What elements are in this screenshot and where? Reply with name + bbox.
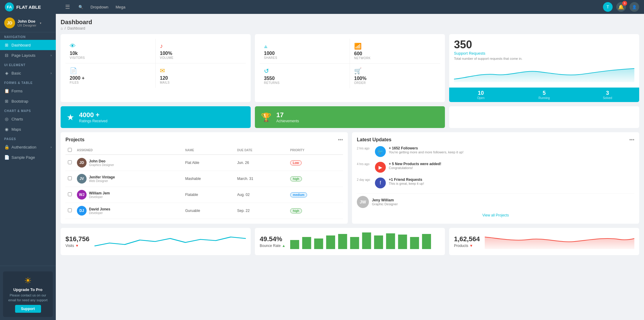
projects-menu-icon[interactable]: ••• (338, 137, 343, 142)
updates-menu-icon[interactable]: ••• (629, 137, 634, 142)
projects-title: Projects (65, 137, 84, 142)
sidebar-item-label: Authentication (11, 145, 36, 149)
support-stat-solved: 3 Solved (576, 90, 639, 100)
update-title: + 1652 Followers (389, 146, 464, 150)
topbar-user-avatar[interactable]: 👤 (630, 2, 639, 12)
view-all-link[interactable]: View all Projects (482, 213, 509, 217)
support-number: 350 (454, 38, 634, 51)
stat-grid: 👁 10k VISITORS ♪ 100% VOLUME 📄 2000 + FI… (65, 39, 246, 88)
metric-bounce: 49.54% Bounce Rate ▲ (255, 228, 445, 255)
row-checkbox[interactable] (68, 160, 72, 164)
person-card-avatar: JW (357, 196, 369, 208)
support-stats: 10 Open 5 Running 3 Solved (449, 88, 639, 102)
topbar-search-icon[interactable]: 🔍 (78, 5, 83, 9)
projects-card-header: Projects ••• (65, 137, 343, 142)
projects-card: Projects ••• ASSIGNED NAME DUE DATE PRIO… (61, 132, 348, 224)
person-details: Jenifer Vintage Web Designer (89, 175, 115, 183)
project-person: WJ William Jem Developer (77, 190, 180, 200)
sidebar-item-authentication[interactable]: 🔒 Authentication › (0, 142, 56, 152)
support-button[interactable]: Support (15, 305, 41, 313)
avatar: JD (4, 18, 15, 28)
select-all-checkbox[interactable] (68, 148, 72, 152)
sidebar-user[interactable]: JD John Doe UX Designer ▾ (0, 14, 56, 32)
page-header: Dashboard ⌂ / Dashboard (61, 19, 639, 30)
products-chart (485, 231, 634, 252)
person-name: William Jem (89, 191, 110, 195)
topbar-right: T 🔔 5 👤 (603, 2, 639, 12)
topbar-nav-mega[interactable]: Mega (116, 5, 125, 9)
bounce-chart (290, 231, 440, 252)
stat-label: NETWORK (354, 56, 436, 60)
project-person: JV Jenifer Vintage Web Designer (77, 174, 180, 184)
col-due: DUE DATE (235, 146, 288, 155)
row-checkbox[interactable] (68, 208, 72, 212)
due-date: March. 31 (235, 171, 288, 187)
row-checkbox[interactable] (68, 176, 72, 180)
running-label: Running (512, 96, 576, 100)
metric-bounce-label: Bounce Rate ▲ (260, 244, 285, 248)
row-checkbox[interactable] (68, 192, 72, 196)
bottom-split: Projects ••• ASSIGNED NAME DUE DATE PRIO… (61, 132, 639, 224)
breadcrumb: ⌂ / Dashboard (61, 26, 639, 30)
sidebar-item-charts[interactable]: ◎ Charts (0, 114, 56, 124)
solved-count: 3 (576, 90, 639, 96)
upgrade-title: Upgrade To Pro (6, 287, 50, 292)
metrics-row: $16,756 Visits ▼ 49.54% Boun (61, 228, 639, 255)
upgrade-icon: ☀ (6, 276, 50, 286)
star-icon: ★ (67, 112, 74, 122)
sidebar: JD John Doe UX Designer ▾ Navigation ⊞ D… (0, 14, 56, 320)
metric-visits-value: $16,756 (65, 235, 90, 243)
maps-icon: ◉ (4, 127, 9, 132)
sidebar-item-sample-page[interactable]: 📄 Sample Page (0, 152, 56, 162)
svg-rect-3 (326, 235, 335, 249)
page-layouts-icon: ⊟ (4, 53, 9, 58)
project-name: Mashable (183, 171, 235, 187)
stat-files: 📄 2000 + FILES (65, 63, 156, 88)
view-all: View all Projects (357, 213, 634, 217)
sidebar-item-forms[interactable]: 📋 Forms (0, 86, 56, 96)
update-icon: f (375, 178, 386, 188)
achievements-badge: 🏆 17 Achievements (255, 106, 445, 128)
sidebar-item-dashboard[interactable]: ⊞ Dashboard (0, 40, 56, 50)
sidebar-item-bootstrap[interactable]: ⊞ Bootstrap (0, 96, 56, 106)
share-icon: ⟁ (264, 43, 345, 50)
arrow-up-icon: ▲ (282, 244, 285, 248)
menu-toggle-icon[interactable]: ☰ (65, 4, 70, 10)
stat-label: VOLUME (160, 56, 242, 59)
topbar-notification-icon[interactable]: 🔔 5 (616, 2, 626, 12)
main-layout: JD John Doe UX Designer ▾ Navigation ⊞ D… (0, 14, 644, 320)
update-item: 4 hrs ago ▶ + 5 New Products were added!… (357, 162, 634, 173)
stat-grid: ⟁ 1000 SHARES 📶 600 NETWORK ↺ 3550 RETUR… (260, 39, 440, 88)
sidebar-item-label: Forms (11, 89, 23, 93)
update-time: 2 day ago (357, 178, 372, 181)
update-icon: 🐦 (375, 146, 386, 157)
stats-row: 👁 10k VISITORS ♪ 100% VOLUME 📄 2000 + FI… (61, 34, 639, 102)
brand: FA FLAT ABLE (5, 2, 59, 11)
sidebar-item-basic[interactable]: ◈ Basic › (0, 68, 56, 78)
update-content: + 1652 Followers You're getting more and… (389, 146, 464, 154)
sidebar-item-page-layouts[interactable]: ⊟ Page Layouts › (0, 50, 56, 60)
svg-rect-10 (410, 237, 419, 249)
page-title: Dashboard (61, 19, 639, 26)
sidebar-item-label: Basic (11, 71, 21, 75)
topbar-profile-icon[interactable]: T (603, 2, 613, 12)
user-dropdown-icon[interactable]: ▾ (40, 21, 41, 25)
chevron-right-icon: › (51, 54, 52, 57)
support-title: Support Requests (454, 51, 634, 56)
lock-icon: 🔒 (4, 145, 9, 149)
ratings-label: Ratings Received (79, 119, 107, 123)
update-item: 2 hrs ago 🐦 + 1652 Followers You're gett… (357, 146, 634, 157)
wifi-icon: 📶 (354, 43, 436, 50)
stat-value: 1000 (264, 51, 345, 56)
sidebar-item-maps[interactable]: ◉ Maps (0, 124, 56, 134)
brand-icon: FA (5, 2, 14, 11)
section-label-charts: Chart & Maps (0, 106, 56, 114)
mail-icon: ✉ (160, 67, 242, 74)
topbar-nav-dropdown[interactable]: Dropdown (90, 5, 108, 9)
support-card: 350 Support Requests Total number of sup… (449, 34, 639, 102)
person-role: Developer (89, 211, 110, 215)
sidebar-item-label: Maps (11, 127, 21, 132)
svg-rect-6 (362, 232, 371, 249)
section-label-ui: UI Element (0, 60, 56, 68)
stat-shares: ⟁ 1000 SHARES (260, 39, 350, 64)
